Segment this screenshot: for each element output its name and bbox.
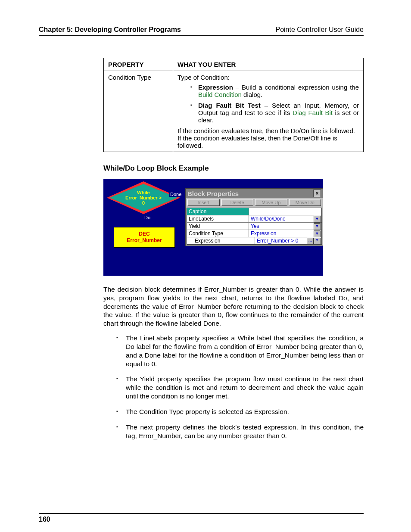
list-item: The LineLabels property specifies a Whil… — [116, 334, 364, 368]
chevron-down-icon[interactable]: ▼ — [314, 223, 321, 230]
example-screenshot: While Error_Number > 0 Done Do DEC Error… — [103, 179, 323, 276]
running-header: Chapter 5: Developing Controller Program… — [39, 26, 364, 36]
chapter-title: Chapter 5: Developing Controller Program… — [39, 26, 181, 34]
link-diag-fault-bit: Diag Fault Bit — [293, 109, 333, 116]
insert-button[interactable]: Insert — [187, 199, 220, 206]
flowline-done-label: Done — [169, 192, 182, 197]
panel-title: Block Properties — [187, 190, 239, 197]
ellipsis-button[interactable]: … — [307, 238, 314, 245]
page-number: 160 — [39, 516, 50, 523]
list-item: The next property defines the block's te… — [116, 423, 364, 440]
cond-type-diag-fault: Diag Fault Bit Test – Select an Input, M… — [190, 102, 359, 124]
chevron-down-icon[interactable]: ▼ — [314, 230, 321, 237]
guide-title: Pointe Controller User Guide — [275, 26, 364, 34]
cond-type-expression: Expression – Build a conditional express… — [190, 84, 359, 98]
th-property: Property — [104, 58, 173, 71]
prop-yield-value[interactable]: Yes▼ — [249, 223, 321, 230]
chevron-down-icon[interactable]: ▼ — [314, 216, 321, 223]
section-title: While/Do Loop Block Example — [103, 164, 364, 173]
prop-caption-value[interactable] — [249, 208, 321, 215]
td-property-desc: Type of Condition: Expression – Build a … — [173, 71, 364, 152]
list-item: The Condition Type property is selected … — [116, 408, 364, 416]
properties-grid: Caption LineLabels While/Do/Done▼ Yield … — [187, 208, 322, 245]
flowline-do-label: Do — [143, 215, 151, 220]
moveup-button[interactable]: Move Up — [255, 199, 287, 206]
link-build-condition: Build Condition — [198, 91, 242, 98]
list-item: The Yield property specifies the program… — [116, 375, 364, 400]
property-table: Property What You Enter Condition Type T… — [103, 58, 364, 152]
dec-block: DEC Error_Number — [114, 227, 175, 248]
prop-expression-value[interactable]: Error_Number > 0…▼ — [255, 237, 321, 244]
td-property-name: Condition Type — [104, 71, 173, 152]
prop-condtype-label: Condition Type — [187, 230, 249, 237]
body-bullet-list: The LineLabels property specifies a Whil… — [116, 334, 364, 440]
prop-linelabels-label: LineLabels — [187, 215, 249, 222]
block-properties-panel: Block Properties × Insert Delete Move Up… — [185, 188, 323, 246]
page-footer: 160 — [39, 513, 364, 523]
prop-condtype-value[interactable]: Expression▼ — [249, 230, 321, 237]
cond-type-intro: Type of Condition: — [177, 74, 359, 81]
prop-linelabels-value[interactable]: While/Do/Done▼ — [249, 215, 321, 222]
th-what-you-enter: What You Enter — [173, 58, 364, 71]
body-paragraph: The decision block determines if Error_N… — [103, 285, 364, 328]
scroll-down-icon[interactable]: ▼ — [314, 238, 321, 245]
cond-type-outro: If the condition evaluates true, then th… — [177, 127, 359, 149]
decision-diamond-text: While Error_Number > 0 — [109, 184, 177, 212]
prop-yield-label: Yield — [187, 223, 249, 230]
close-icon[interactable]: × — [313, 190, 321, 197]
prop-expression-label: Expression — [187, 237, 255, 244]
delete-button[interactable]: Delete — [221, 199, 254, 206]
movedown-button[interactable]: Move Do — [289, 199, 321, 206]
prop-caption-label: Caption — [187, 208, 249, 215]
